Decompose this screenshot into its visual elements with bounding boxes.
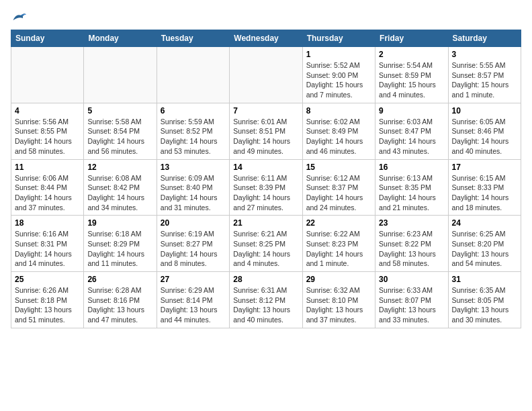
daylight-text: Daylight: 14 hours and 53 minutes. xyxy=(161,136,226,156)
daylight-text: Daylight: 14 hours and 43 minutes. xyxy=(379,136,444,156)
sunset-text: Sunset: 8:39 PM xyxy=(233,183,298,193)
day-info: Sunrise: 6:09 AMSunset: 8:40 PMDaylight:… xyxy=(161,173,226,213)
sunrise-text: Sunrise: 6:01 AM xyxy=(233,117,298,127)
calendar-day-cell: 14Sunrise: 6:11 AMSunset: 8:39 PMDayligh… xyxy=(230,159,302,216)
daylight-text: Daylight: 14 hours and 56 minutes. xyxy=(87,136,152,156)
sunrise-text: Sunrise: 5:54 AM xyxy=(379,60,444,71)
sunset-text: Sunset: 8:47 PM xyxy=(379,126,444,136)
day-number: 14 xyxy=(233,163,298,172)
sunset-text: Sunset: 8:18 PM xyxy=(15,295,80,306)
day-info: Sunrise: 6:16 AMSunset: 8:31 PMDaylight:… xyxy=(15,229,80,269)
day-info: Sunrise: 6:13 AMSunset: 8:35 PMDaylight:… xyxy=(379,173,444,213)
day-number: 9 xyxy=(379,106,444,116)
daylight-text: Daylight: 13 hours and 47 minutes. xyxy=(87,305,152,324)
day-number: 3 xyxy=(452,50,517,59)
calendar-day-cell: 19Sunrise: 6:18 AMSunset: 8:29 PMDayligh… xyxy=(84,216,157,272)
day-number: 10 xyxy=(452,106,517,116)
sunset-text: Sunset: 8:25 PM xyxy=(233,239,298,249)
sunset-text: Sunset: 8:14 PM xyxy=(161,295,226,306)
logo-bird-icon xyxy=(12,11,27,23)
calendar-day-cell: 21Sunrise: 6:21 AMSunset: 8:25 PMDayligh… xyxy=(230,216,302,272)
sunrise-text: Sunrise: 6:18 AM xyxy=(87,229,152,239)
daylight-text: Daylight: 14 hours and 11 minutes. xyxy=(87,249,152,269)
daylight-text: Daylight: 13 hours and 58 minutes. xyxy=(379,249,444,269)
calendar-day-cell: 23Sunrise: 6:23 AMSunset: 8:22 PMDayligh… xyxy=(375,216,448,272)
sunrise-text: Sunrise: 6:22 AM xyxy=(306,229,371,239)
sunrise-text: Sunrise: 6:12 AM xyxy=(306,173,371,183)
calendar-header-thursday: Thursday xyxy=(302,30,375,47)
day-info: Sunrise: 6:23 AMSunset: 8:22 PMDaylight:… xyxy=(379,229,444,269)
sunrise-text: Sunrise: 6:29 AM xyxy=(161,285,226,295)
sunset-text: Sunset: 8:46 PM xyxy=(452,126,517,136)
calendar-table: SundayMondayTuesdayWednesdayThursdayFrid… xyxy=(11,30,521,328)
sunrise-text: Sunrise: 6:02 AM xyxy=(306,117,371,127)
calendar-header-friday: Friday xyxy=(375,30,448,47)
day-number: 19 xyxy=(87,218,152,228)
daylight-text: Daylight: 13 hours and 51 minutes. xyxy=(15,305,80,324)
sunset-text: Sunset: 8:49 PM xyxy=(306,126,371,136)
day-info: Sunrise: 6:21 AMSunset: 8:25 PMDaylight:… xyxy=(233,229,298,269)
calendar-header-row: SundayMondayTuesdayWednesdayThursdayFrid… xyxy=(11,30,521,47)
daylight-text: Daylight: 13 hours and 33 minutes. xyxy=(379,305,444,324)
calendar-day-cell: 3Sunrise: 5:55 AMSunset: 8:57 PMDaylight… xyxy=(448,47,521,103)
sunrise-text: Sunrise: 6:26 AM xyxy=(15,285,80,295)
sunrise-text: Sunrise: 6:35 AM xyxy=(452,285,517,295)
calendar-day-cell xyxy=(230,47,302,103)
day-info: Sunrise: 6:28 AMSunset: 8:16 PMDaylight:… xyxy=(87,285,152,325)
sunrise-text: Sunrise: 6:08 AM xyxy=(87,173,152,183)
sunset-text: Sunset: 8:52 PM xyxy=(161,126,226,136)
day-info: Sunrise: 6:08 AMSunset: 8:42 PMDaylight:… xyxy=(87,173,152,213)
calendar-day-cell: 31Sunrise: 6:35 AMSunset: 8:05 PMDayligh… xyxy=(448,272,521,328)
day-info: Sunrise: 6:19 AMSunset: 8:27 PMDaylight:… xyxy=(161,229,226,269)
calendar-week-1: 1Sunrise: 5:52 AMSunset: 9:00 PMDaylight… xyxy=(11,47,521,103)
daylight-text: Daylight: 14 hours and 46 minutes. xyxy=(306,136,371,156)
calendar-week-5: 25Sunrise: 6:26 AMSunset: 8:18 PMDayligh… xyxy=(11,272,521,328)
sunset-text: Sunset: 8:05 PM xyxy=(452,295,517,306)
day-number: 17 xyxy=(452,163,517,172)
daylight-text: Daylight: 14 hours and 18 minutes. xyxy=(452,193,517,212)
day-info: Sunrise: 6:11 AMSunset: 8:39 PMDaylight:… xyxy=(233,173,298,213)
daylight-text: Daylight: 13 hours and 54 minutes. xyxy=(452,249,517,269)
daylight-text: Daylight: 14 hours and 14 minutes. xyxy=(15,249,80,269)
sunset-text: Sunset: 8:10 PM xyxy=(306,295,371,306)
sunset-text: Sunset: 8:35 PM xyxy=(379,183,444,193)
calendar-day-cell: 17Sunrise: 6:15 AMSunset: 8:33 PMDayligh… xyxy=(448,159,521,216)
calendar-day-cell: 6Sunrise: 5:59 AMSunset: 8:52 PMDaylight… xyxy=(157,103,229,159)
day-info: Sunrise: 6:35 AMSunset: 8:05 PMDaylight:… xyxy=(452,285,517,325)
sunset-text: Sunset: 8:42 PM xyxy=(87,183,152,193)
calendar-day-cell: 25Sunrise: 6:26 AMSunset: 8:18 PMDayligh… xyxy=(11,272,84,328)
calendar-header-wednesday: Wednesday xyxy=(230,30,302,47)
sunrise-text: Sunrise: 6:21 AM xyxy=(233,229,298,239)
calendar-day-cell: 15Sunrise: 6:12 AMSunset: 8:37 PMDayligh… xyxy=(302,159,375,216)
day-number: 13 xyxy=(161,163,226,172)
sunrise-text: Sunrise: 6:13 AM xyxy=(379,173,444,183)
day-number: 5 xyxy=(87,106,152,116)
calendar-day-cell: 7Sunrise: 6:01 AMSunset: 8:51 PMDaylight… xyxy=(230,103,302,159)
sunrise-text: Sunrise: 5:55 AM xyxy=(452,60,517,71)
calendar-day-cell: 22Sunrise: 6:22 AMSunset: 8:23 PMDayligh… xyxy=(302,216,375,272)
page-header xyxy=(11,11,521,23)
daylight-text: Daylight: 13 hours and 44 minutes. xyxy=(161,305,226,324)
sunset-text: Sunset: 8:22 PM xyxy=(379,239,444,249)
day-number: 29 xyxy=(306,275,371,284)
daylight-text: Daylight: 14 hours and 8 minutes. xyxy=(161,249,226,269)
calendar-day-cell xyxy=(11,47,84,103)
day-info: Sunrise: 5:59 AMSunset: 8:52 PMDaylight:… xyxy=(161,117,226,156)
daylight-text: Daylight: 15 hours and 4 minutes. xyxy=(379,80,444,99)
calendar-day-cell: 11Sunrise: 6:06 AMSunset: 8:44 PMDayligh… xyxy=(11,159,84,216)
daylight-text: Daylight: 14 hours and 40 minutes. xyxy=(452,136,517,156)
sunset-text: Sunset: 8:33 PM xyxy=(452,183,517,193)
daylight-text: Daylight: 13 hours and 30 minutes. xyxy=(452,305,517,324)
day-info: Sunrise: 5:56 AMSunset: 8:55 PMDaylight:… xyxy=(15,117,80,156)
sunset-text: Sunset: 8:59 PM xyxy=(379,71,444,81)
sunrise-text: Sunrise: 6:19 AM xyxy=(161,229,226,239)
sunset-text: Sunset: 8:40 PM xyxy=(161,183,226,193)
day-info: Sunrise: 6:12 AMSunset: 8:37 PMDaylight:… xyxy=(306,173,371,213)
calendar-header-monday: Monday xyxy=(84,30,157,47)
day-number: 21 xyxy=(233,218,298,228)
sunrise-text: Sunrise: 6:16 AM xyxy=(15,229,80,239)
sunset-text: Sunset: 8:31 PM xyxy=(15,239,80,249)
daylight-text: Daylight: 14 hours and 34 minutes. xyxy=(87,193,152,212)
sunrise-text: Sunrise: 5:52 AM xyxy=(306,60,371,71)
calendar-day-cell: 2Sunrise: 5:54 AMSunset: 8:59 PMDaylight… xyxy=(375,47,448,103)
